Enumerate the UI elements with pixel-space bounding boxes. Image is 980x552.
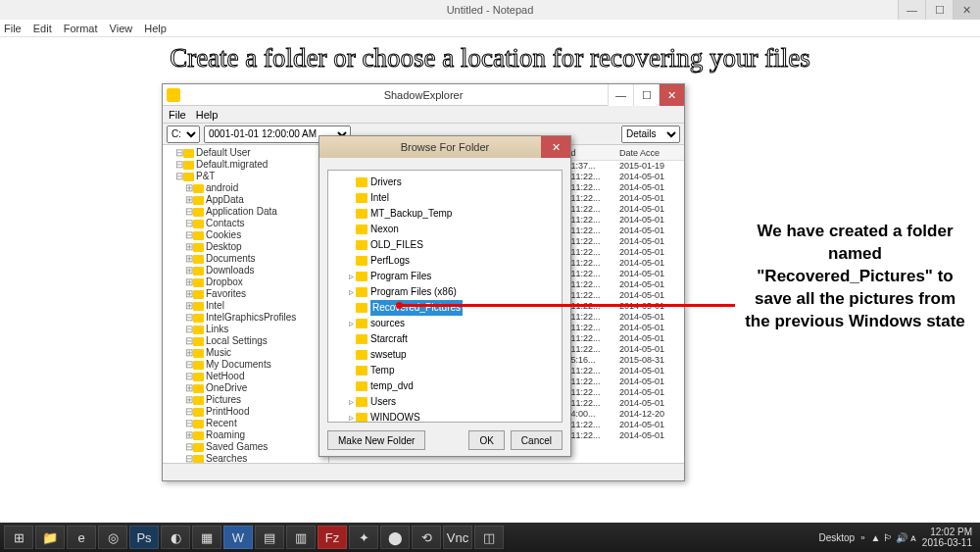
notepad-menu-view[interactable]: View <box>110 23 133 34</box>
bff-close-button[interactable]: ✕ <box>541 136 570 158</box>
annotation-arrow <box>402 304 735 307</box>
make-new-folder-button[interactable]: Make New Folder <box>327 430 425 450</box>
ok-button[interactable]: OK <box>468 430 504 450</box>
task-app1[interactable]: ◐ <box>161 526 190 549</box>
tree-node[interactable]: ⊟P&T <box>165 171 326 182</box>
tree-node[interactable]: ⊞AppData <box>165 194 326 206</box>
bff-folder-item[interactable]: OLD_FILES <box>330 237 560 253</box>
tree-node[interactable]: ⊟Default.migrated <box>165 159 326 171</box>
se-maximize-button[interactable]: ☐ <box>633 84 659 106</box>
bff-folder-item[interactable]: ▹Program Files (x86) <box>330 284 560 300</box>
tree-node[interactable]: ⊟NetHood <box>165 371 326 382</box>
se-statusbar <box>163 463 684 480</box>
task-app4[interactable]: ✦ <box>349 526 378 549</box>
task-vnc[interactable]: Vnc <box>443 526 472 549</box>
tree-node[interactable]: ⊞Downloads <box>165 265 326 276</box>
bff-folder-item[interactable]: ▹Users <box>330 394 560 410</box>
se-menu-help[interactable]: Help <box>196 109 219 121</box>
tree-node[interactable]: ⊞Music <box>165 347 326 359</box>
bff-titlebar: Browse For Folder ✕ <box>319 136 570 158</box>
bff-folder-item[interactable]: Drivers <box>330 175 560 190</box>
notepad-menu-help[interactable]: Help <box>144 23 167 34</box>
notepad-menu-format[interactable]: Format <box>64 23 98 34</box>
taskbar: ⊞ 📁 e ◎ Ps ◐ ▦ W ▤ ▥ Fz ✦ ⬤ ⟲ Vnc ◫ Desk… <box>0 523 980 552</box>
tree-node[interactable]: ⊟Links <box>165 324 326 335</box>
close-button[interactable]: ✕ <box>953 0 980 20</box>
tree-node[interactable]: ⊞Intel <box>165 300 326 312</box>
tree-node[interactable]: ⊟IntelGraphicsProfiles <box>165 312 326 324</box>
tree-node[interactable]: ⊞Documents <box>165 253 326 265</box>
tree-node[interactable]: ⊟PrintHood <box>165 406 326 418</box>
se-title: ShadowExplorer <box>384 89 464 101</box>
tree-node[interactable]: ⊟Contacts <box>165 218 326 229</box>
task-filezilla[interactable]: Fz <box>318 526 347 549</box>
task-teamviewer[interactable]: ⟲ <box>412 526 441 549</box>
maximize-button[interactable]: ☐ <box>925 0 953 20</box>
drive-select[interactable]: C: <box>167 125 200 143</box>
notepad-menu-edit[interactable]: Edit <box>33 23 52 34</box>
bff-folder-item[interactable]: Nexon <box>330 222 560 237</box>
task-word[interactable]: W <box>223 526 253 549</box>
tree-node[interactable]: ⊞Desktop <box>165 241 326 253</box>
bff-folder-item[interactable]: swsetup <box>330 347 560 363</box>
tree-node[interactable]: ⊞Dropbox <box>165 276 326 288</box>
notepad-menubar: FileEditFormatViewHelp <box>0 20 980 37</box>
se-titlebar: ShadowExplorer — ☐ ✕ <box>163 84 684 106</box>
bff-folder-item[interactable]: temp_dvd <box>330 378 560 394</box>
bff-folder-item[interactable]: Starcraft <box>330 331 560 347</box>
task-photoshop[interactable]: Ps <box>129 526 159 549</box>
bff-folder-item[interactable]: Recovered_Pictures <box>330 300 560 316</box>
tree-node[interactable]: ⊟Searches <box>165 453 326 463</box>
bff-folder-item[interactable]: ▹Program Files <box>330 269 560 284</box>
task-chrome[interactable]: ◎ <box>98 526 127 549</box>
tree-node[interactable]: ⊞Favorites <box>165 288 326 300</box>
task-app6[interactable]: ◫ <box>474 526 504 549</box>
notepad-menu-file[interactable]: File <box>4 23 22 34</box>
system-tray[interactable]: Desktop » ▲ 🏳 🔊 ᴀ 12:02 PM 2016-03-11 <box>818 527 976 548</box>
se-menubar: FileHelp <box>163 106 684 124</box>
tree-node[interactable]: ⊟Saved Games <box>165 441 326 453</box>
tray-icons[interactable]: ▲ 🏳 🔊 ᴀ <box>871 532 916 543</box>
se-minimize-button[interactable]: — <box>608 84 633 106</box>
bff-folder-item[interactable]: PerfLogs <box>330 253 560 269</box>
tree-node[interactable]: ⊟Default User <box>165 147 326 159</box>
tree-node[interactable]: ⊞Pictures <box>165 394 326 406</box>
taskbar-clock[interactable]: 12:02 PM 2016-03-11 <box>922 527 976 548</box>
task-app3[interactable]: ▤ <box>255 526 284 549</box>
bff-folder-item[interactable]: MT_Backup_Temp <box>330 206 560 222</box>
tree-node[interactable]: ⊟Recent <box>165 418 326 429</box>
tree-node[interactable]: ⊟My Documents <box>165 359 326 371</box>
se-close-button[interactable]: ✕ <box>659 84 684 106</box>
notepad-title: Untitled - Notepad <box>447 4 534 16</box>
start-button[interactable]: ⊞ <box>4 526 33 549</box>
task-app5[interactable]: ⬤ <box>380 526 410 549</box>
instruction-headline: Create a folder or choose a location for… <box>0 43 980 74</box>
cancel-button[interactable]: Cancel <box>511 430 563 450</box>
tree-node[interactable]: ⊟Local Settings <box>165 335 326 347</box>
bff-folder-tree[interactable]: DriversIntelMT_Backup_TempNexonOLD_FILES… <box>327 170 563 423</box>
se-app-icon <box>167 88 180 102</box>
bff-folder-item[interactable]: Intel <box>330 190 560 206</box>
se-folder-tree[interactable]: ⊟Default User⊟Default.migrated⊟P&T⊞andro… <box>163 145 329 463</box>
se-menu-file[interactable]: File <box>169 109 186 121</box>
bff-title: Browse For Folder <box>401 141 489 153</box>
task-explorer[interactable]: 📁 <box>35 526 65 549</box>
notepad-titlebar: Untitled - Notepad — ☐ ✕ <box>0 0 980 20</box>
bff-folder-item[interactable]: ▹sources <box>330 316 560 331</box>
view-select[interactable]: Details <box>621 125 680 143</box>
annotation-text: We have created a folder named "Recovere… <box>745 221 965 333</box>
task-app2[interactable]: ▦ <box>192 526 221 549</box>
tree-node[interactable]: ⊞android <box>165 182 326 194</box>
bff-folder-item[interactable]: ▹WINDOWS <box>330 410 560 423</box>
browse-for-folder-dialog: Browse For Folder ✕ DriversIntelMT_Backu… <box>318 135 571 457</box>
tree-node[interactable]: ⊟Cookies <box>165 229 326 241</box>
tree-node[interactable]: ⊞Roaming <box>165 429 326 441</box>
minimize-button[interactable]: — <box>898 0 925 20</box>
task-ie[interactable]: e <box>67 526 96 549</box>
task-calc[interactable]: ▥ <box>286 526 316 549</box>
tree-node[interactable]: ⊞OneDrive <box>165 382 326 394</box>
tree-node[interactable]: ⊟Application Data <box>165 206 326 218</box>
col-date-accessed[interactable]: Date Acce <box>619 148 674 158</box>
tray-desktop-toolbar[interactable]: Desktop <box>818 532 855 543</box>
bff-folder-item[interactable]: Temp <box>330 363 560 378</box>
